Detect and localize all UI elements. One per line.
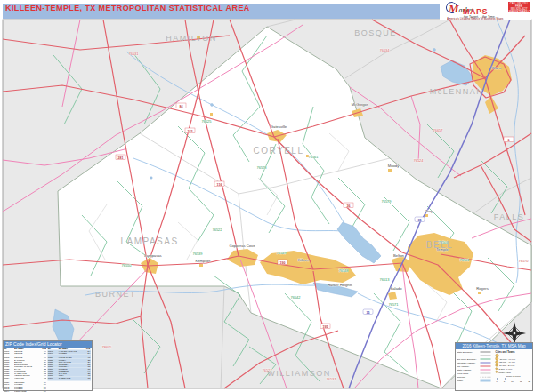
svg-text:Harker Heights: Harker Heights <box>328 283 352 287</box>
cities-and-towns-title: Cities and Towns <box>496 350 532 353</box>
svg-text:76549: 76549 <box>276 251 287 255</box>
zip-table-row: 76599BELTONE4 <box>48 379 92 381</box>
svg-text:WILLIAMSON: WILLIAMSON <box>267 369 331 378</box>
svg-text:Killeen: Killeen <box>298 258 310 262</box>
svg-text:76657: 76657 <box>433 128 443 132</box>
svg-text:HAMILTON: HAMILTON <box>166 34 217 43</box>
svg-text:Copperas Cove: Copperas Cove <box>229 244 255 248</box>
svg-text:76524: 76524 <box>413 158 424 163</box>
logo-m-glyph: M <box>449 2 459 15</box>
svg-text:BOSQUE: BOSQUE <box>354 28 397 37</box>
svg-text:BURNET: BURNET <box>95 290 136 299</box>
svg-text:78605: 78605 <box>101 345 112 349</box>
legend-symbol-list: State BoundaryCounty BoundaryZIP Code Bo… <box>456 349 494 382</box>
legend-swatch <box>481 356 491 356</box>
svg-text:76528: 76528 <box>256 165 267 170</box>
city-size-symbol <box>496 361 498 364</box>
map-canvas: 84 281 183 190 36 195 116 6 35 35 76522 … <box>0 0 534 392</box>
zip-index-column-left: ZIPZIP NameGrid76501TEMPLEF476502TEMPLEE… <box>4 348 47 392</box>
svg-text:Waco: Waco <box>492 66 502 70</box>
svg-text:76501: 76501 <box>459 258 470 262</box>
legend-cities-column: Cities and Towns 100,000 - 249,99950,000… <box>494 349 532 382</box>
legend-body: State BoundaryCounty BoundaryZIP Code Bo… <box>456 349 532 382</box>
zip-index-title: ZIP Code Index/Grid Locator <box>4 341 92 348</box>
svg-text:281: 281 <box>118 156 124 160</box>
cities-and-towns-list: 100,000 - 249,99950,000 - 99,99925,000 -… <box>496 354 532 373</box>
svg-text:76522: 76522 <box>212 228 222 232</box>
page-title: KILLEEN-TEMPLE, TX METROPOLITAN STATISTI… <box>5 4 250 12</box>
svg-text:190: 190 <box>280 261 286 265</box>
scale-numbers: 05101520 <box>497 380 531 383</box>
svg-text:76561: 76561 <box>308 155 319 159</box>
svg-text:BELL: BELL <box>426 240 453 250</box>
svg-text:Lampasas: Lampasas <box>144 253 161 258</box>
zip-index-column-right: ZIPZIP NameGrid76548HARKER HEIGHTSD47654… <box>48 348 92 392</box>
svg-text:84: 84 <box>180 105 183 108</box>
city-size-symbol <box>496 371 498 372</box>
svg-text:195: 195 <box>323 325 328 329</box>
svg-text:76579: 76579 <box>381 199 392 204</box>
map-legend-panel: 2016 Killeen-Temple, TX MSA Map State Bo… <box>455 342 533 391</box>
logo-subline: America's Leading Source of Business Map… <box>447 17 503 20</box>
svg-text:116: 116 <box>217 183 222 187</box>
logo-contact-box: CALL US TOLL FREE 888-929-4627 MARKETMAP… <box>508 2 530 12</box>
svg-text:McLENNAN: McLENNAN <box>430 87 484 96</box>
svg-text:Troy: Troy <box>425 209 433 213</box>
svg-text:Belton: Belton <box>393 253 405 258</box>
legend-item: Water <box>457 379 494 382</box>
zip-index-panel: ZIP Code Index/Grid Locator ZIPZIP NameG… <box>3 340 93 391</box>
svg-text:Gatesville: Gatesville <box>271 124 287 129</box>
svg-text:76570: 76570 <box>518 259 529 263</box>
city-size-symbol <box>496 364 498 366</box>
svg-text:Kempner: Kempner <box>196 259 212 263</box>
legend-swatch <box>481 377 491 378</box>
svg-text:76513: 76513 <box>379 277 390 282</box>
scale-bar: Scale in Miles 05101520 <box>496 375 532 383</box>
legend-swatch <box>481 363 491 364</box>
scale-ruler <box>498 378 530 380</box>
svg-text:76634: 76634 <box>379 48 390 52</box>
svg-text:76531: 76531 <box>128 52 139 56</box>
svg-text:76542: 76542 <box>290 295 301 300</box>
svg-text:Salado: Salado <box>390 286 402 291</box>
city-size-symbol <box>496 367 498 370</box>
svg-text:LAMPASAS: LAMPASAS <box>120 236 178 246</box>
legend-swatch <box>481 373 491 374</box>
legend-swatch <box>481 370 491 371</box>
legend-swatch <box>481 380 491 382</box>
svg-text:183: 183 <box>188 130 193 133</box>
svg-text:Rogers: Rogers <box>476 286 489 291</box>
legend-swatch <box>481 366 491 367</box>
map-poster: 84 281 183 190 36 195 116 6 35 35 76522 … <box>0 0 534 392</box>
svg-text:76571: 76571 <box>388 302 399 307</box>
svg-text:CORYELL: CORYELL <box>253 146 303 156</box>
marketmaps-logo: Market MAPS ...the Target. ...the Time. … <box>440 0 531 20</box>
logo-contact-line3: MARKETMAPS.COM <box>509 11 530 13</box>
legend-title: 2016 Killeen-Temple, TX MSA Map <box>456 343 532 349</box>
svg-text:6: 6 <box>508 139 510 142</box>
svg-text:76539: 76539 <box>192 252 203 256</box>
legend-swatch <box>481 352 491 353</box>
city-size-row: Under 2,500 <box>496 370 532 373</box>
svg-text:76548: 76548 <box>338 268 349 273</box>
svg-text:Moody: Moody <box>388 164 400 168</box>
svg-text:35: 35 <box>367 311 370 315</box>
svg-text:76550: 76550 <box>121 263 132 268</box>
svg-text:36: 36 <box>347 204 351 208</box>
zip-index-table: ZIPZIP NameGrid76501TEMPLEF476502TEMPLEE… <box>4 348 92 392</box>
svg-text:35: 35 <box>418 219 422 222</box>
legend-swatch <box>481 359 491 360</box>
svg-text:76525: 76525 <box>201 119 212 124</box>
svg-text:McGregor: McGregor <box>352 102 368 107</box>
svg-text:FALLS: FALLS <box>494 212 525 221</box>
